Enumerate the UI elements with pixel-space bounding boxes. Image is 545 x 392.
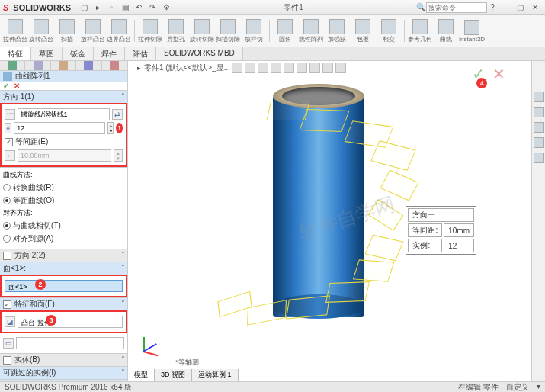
rb-cut[interactable]: 拉伸切除 <box>138 17 162 45</box>
viewport-cancel[interactable]: ✕ <box>492 66 505 82</box>
rb-refgeo[interactable]: 参考几何 <box>408 17 432 45</box>
count-icon: # <box>5 123 11 133</box>
vt-scene[interactable] <box>297 63 307 73</box>
ptab-prop[interactable] <box>25 61 50 70</box>
radio-source[interactable] <box>3 235 11 243</box>
document-tab[interactable]: ▸ 零件1 (默认<<默认>_显... <box>137 63 230 73</box>
settings-icon[interactable]: ⚙ <box>161 2 172 13</box>
rb-rib[interactable]: 加强筋 <box>325 17 349 45</box>
tab-sketch[interactable]: 草图 <box>31 47 63 60</box>
count-field[interactable] <box>14 122 105 134</box>
vt-zoom[interactable] <box>232 63 242 73</box>
dist-icon: ↔ <box>5 150 15 161</box>
3d-viewport[interactable]: ▸ 零件1 (默认<<默认>_显... 方向一 等间距:10mm 实例:12 ✓ <box>128 61 531 381</box>
sec-dir1-header[interactable]: 方向 1(1)ˇ <box>0 91 127 103</box>
rb-extrude[interactable]: 拉伸凸台 <box>3 17 27 45</box>
dir2-check[interactable] <box>3 252 11 260</box>
rb-sweep[interactable]: 扫描 <box>55 17 79 45</box>
rb-instant3d[interactable]: Instant3D <box>460 17 484 45</box>
status-menu-icon[interactable]: ▾ <box>537 382 540 393</box>
new-icon[interactable]: ▢ <box>79 2 89 13</box>
tab-evaluate[interactable]: 评估 <box>125 47 156 60</box>
sec-featface-header[interactable]: 特征和面(F)ˇ <box>0 298 127 310</box>
sec-face-header[interactable]: 面<1>:ˇ <box>0 262 127 275</box>
annotation-1: 1 <box>116 123 123 133</box>
tp-props[interactable] <box>534 122 544 133</box>
annotation-4: 4 <box>476 78 487 88</box>
rb-pattern[interactable]: 线性阵列 <box>299 17 323 45</box>
curve-select-icon[interactable]: 〰 <box>5 109 15 120</box>
open-icon[interactable]: ▸ <box>92 2 103 13</box>
tp-appearance[interactable] <box>534 137 544 148</box>
rb-hole[interactable]: 异型孔 <box>164 17 188 45</box>
sec-skip-header[interactable]: 可跳过的实例(I)ˇ <box>0 367 127 379</box>
rb-revcut[interactable]: 旋转切除 <box>190 17 214 45</box>
ptab-dim[interactable] <box>76 61 101 70</box>
sec-dir2-header[interactable]: 方向 2(2)ˇ <box>0 249 127 262</box>
face-select-icon[interactable]: ▭ <box>3 338 14 349</box>
view-triad[interactable] <box>137 328 168 358</box>
tab-feature[interactable]: 特征 <box>0 47 31 60</box>
tp-design[interactable] <box>534 107 544 117</box>
vt-hide[interactable] <box>309 63 320 73</box>
undo-icon[interactable]: ↶ <box>133 2 144 13</box>
ptab-app[interactable] <box>102 61 127 70</box>
status-custom[interactable]: 自定义 <box>506 382 529 393</box>
ok-button[interactable]: ✓ <box>3 82 9 90</box>
bodies-check[interactable] <box>3 356 11 365</box>
radio-offset[interactable] <box>3 197 11 204</box>
search-icon[interactable]: 🔍 <box>415 2 426 13</box>
face-field2[interactable] <box>16 337 124 349</box>
curve-field[interactable] <box>18 108 110 120</box>
vt-view[interactable] <box>258 63 268 73</box>
sec-bodies-header[interactable]: 实体(B)ˇ <box>0 354 127 366</box>
tp-resources[interactable] <box>534 92 544 102</box>
rb-intersect[interactable]: 相交 <box>377 17 401 45</box>
reverse-icon[interactable]: ⇄ <box>112 109 123 120</box>
rb-boundary[interactable]: 边界凸台 <box>107 17 131 45</box>
face-field[interactable]: 面<1> <box>5 280 123 292</box>
rb-curves[interactable]: 曲线 <box>434 17 458 45</box>
btab-model[interactable]: 模型 <box>128 369 155 381</box>
rb-sweepcut[interactable]: 扫描切除 <box>216 17 240 45</box>
status-mode: 在编辑 零件 <box>458 382 499 393</box>
vt-app[interactable] <box>322 63 333 73</box>
radio-tangent[interactable] <box>3 222 11 230</box>
tab-mbd[interactable]: SOLIDWORKS MBD <box>156 47 243 60</box>
rb-loftcut[interactable]: 放样切 <box>242 17 266 45</box>
save-icon[interactable]: ▫ <box>106 2 117 13</box>
vt-display[interactable] <box>284 63 294 73</box>
vt-section[interactable] <box>271 63 281 73</box>
vt-edit[interactable] <box>335 63 346 73</box>
tp-custom[interactable] <box>534 153 544 163</box>
feat-select-icon[interactable]: ◪ <box>5 316 15 327</box>
count-spinner[interactable]: ▲▼ <box>107 122 114 134</box>
search-input[interactable] <box>426 2 487 13</box>
vt-fit[interactable] <box>245 63 255 73</box>
min-button[interactable]: — <box>498 2 511 13</box>
rb-loft[interactable]: 放样凸台 <box>81 17 105 45</box>
redo-icon[interactable]: ↷ <box>147 2 158 13</box>
rb-wrap[interactable]: 包覆 <box>351 17 375 45</box>
ptab-config[interactable] <box>51 61 76 70</box>
close-button[interactable]: ✕ <box>528 2 542 13</box>
rb-fillet[interactable]: 圆角 <box>273 17 297 45</box>
tab-weldment[interactable]: 焊件 <box>94 47 125 60</box>
tab-sheetmetal[interactable]: 钣金 <box>63 47 94 60</box>
rb-revolve[interactable]: 旋转凸台 <box>29 17 53 45</box>
featface-check[interactable] <box>3 300 11 309</box>
equal-spacing-check[interactable] <box>5 138 13 146</box>
bottom-tabs: 模型 3D 视图 运动算例 1 <box>128 369 239 381</box>
ptab-tree[interactable] <box>0 61 25 70</box>
feat-field[interactable]: 凸台-拉伸1 <box>18 316 123 328</box>
btab-3dview[interactable]: 3D 视图 <box>155 369 192 381</box>
btab-motion[interactable]: 运动算例 1 <box>192 369 239 381</box>
dimension-callout[interactable]: 方向一 等间距:10mm 实例:12 <box>406 206 476 255</box>
cancel-button[interactable]: ✕ <box>14 82 20 90</box>
viewport-confirm: ✓ ✕ 4 <box>472 64 505 84</box>
print-icon[interactable]: ▤ <box>120 2 130 13</box>
dist-spinner: ▲▼ <box>114 149 123 162</box>
help-icon[interactable]: ? <box>487 2 498 13</box>
max-button[interactable]: ▢ <box>513 2 527 13</box>
radio-transform[interactable] <box>3 184 11 191</box>
